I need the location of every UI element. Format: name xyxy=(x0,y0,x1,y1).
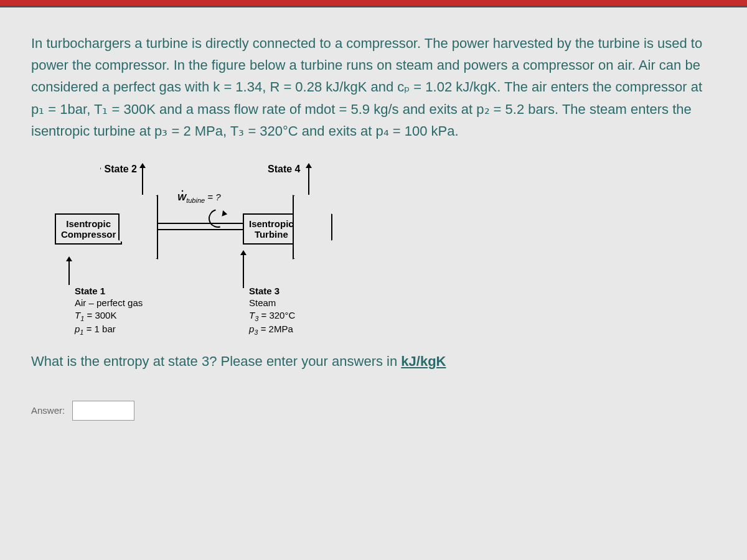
problem-statement: In turbochargers a turbine is directly c… xyxy=(31,32,716,142)
compressor-block: Isentropic Compressor xyxy=(55,213,122,245)
turbocharger-diagram: , State 2 State 4 Wtubine = ? Isentropic… xyxy=(50,161,361,335)
state1-info: State 1 Air – perfect gas T1 = 300K p1 =… xyxy=(75,285,143,337)
answer-input[interactable] xyxy=(72,401,134,421)
arrow-state1-icon xyxy=(68,260,70,285)
arrow-state2-icon xyxy=(142,167,143,195)
turbine-block: Isentropic Turbine xyxy=(243,213,300,245)
arrow-state3-icon xyxy=(243,254,244,288)
arrow-state4-icon xyxy=(308,167,309,195)
state3-info: State 3 Steam T3 = 320°C p3 = 2MPa xyxy=(249,285,295,337)
work-label: Wtubine = ? xyxy=(177,192,221,204)
header-accent-bar xyxy=(0,0,747,7)
problem-content: In turbochargers a turbine is directly c… xyxy=(0,7,747,439)
answer-label: Answer: xyxy=(31,405,65,416)
answer-row: Answer: xyxy=(31,401,716,421)
state4-label: State 4 xyxy=(268,164,300,175)
state2-label: , State 2 xyxy=(100,164,137,175)
question-prompt: What is the entropy at state 3? Please e… xyxy=(31,353,716,370)
